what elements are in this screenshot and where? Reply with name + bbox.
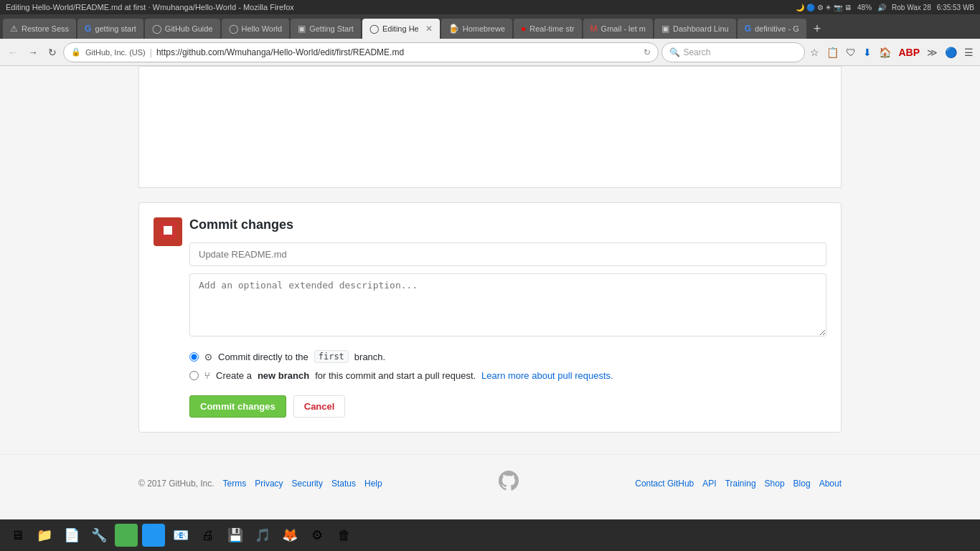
taskbar-mail[interactable]: 📧 <box>169 524 192 526</box>
github-icon3: ◯ <box>369 24 379 34</box>
footer-left: © 2017 GitHub, Inc. Terms Privacy Securi… <box>138 479 382 489</box>
tab-hello-world[interactable]: ◯ Hello World <box>222 19 290 39</box>
title-bar-icons: 🌙 🔵 ⚙ ☀ 📷 🖥 48% 🔊 Rob Wax 28 6:35:53 WB <box>796 4 974 11</box>
search-placeholder: Search <box>683 47 710 57</box>
url-bar[interactable]: 🔒 GitHub, Inc. (US) | https://github.com… <box>63 42 659 62</box>
radio-direct-input[interactable] <box>189 352 199 362</box>
separator: | <box>150 47 152 57</box>
radio1-label: Commit directly to the <box>218 352 308 362</box>
radio2-bold: new branch <box>258 370 309 381</box>
window-title: Editing Hello-World/README.md at first ·… <box>6 3 294 11</box>
github-logo <box>497 469 520 497</box>
main-content: Commit changes ⊙ Commit directly to the … <box>0 66 980 526</box>
time: 6:35:53 WB <box>937 4 974 11</box>
footer-contact[interactable]: Contact GitHub <box>635 479 694 489</box>
tab-getting-start[interactable]: G getting start <box>77 19 143 39</box>
homebrewer-icon: 🍺 <box>448 24 459 34</box>
tab-bar: ⚠ Restore Sess G getting start ◯ GitHub … <box>0 14 980 39</box>
taskbar-settings[interactable]: 🔧 <box>88 524 110 526</box>
reload-button[interactable]: ↻ <box>44 44 60 60</box>
tab-dashboard[interactable]: ▣ Dashboard Linu <box>654 19 736 39</box>
tab-label: Dashboard Linu <box>673 24 729 33</box>
tab-realtime[interactable]: ● Real-time str <box>514 19 582 39</box>
taskbar-doc[interactable]: 📄 <box>60 524 83 526</box>
radio1-suffix: branch. <box>354 352 385 362</box>
footer-training[interactable]: Training <box>725 479 756 489</box>
branch-icon: ⑂ <box>204 370 210 381</box>
taskbar-audio[interactable]: 🎵 <box>251 524 274 526</box>
footer-shop[interactable]: Shop <box>765 479 785 489</box>
tab-label: Real-time str <box>529 24 574 33</box>
tab-label: Gmail - let m <box>601 24 646 33</box>
url-text: https://github.com/Wmuhanga/Hello-World/… <box>156 47 640 57</box>
refresh-icon[interactable]: ↻ <box>644 47 651 57</box>
extension-button[interactable]: 🔵 <box>943 44 959 60</box>
taskbar-disk[interactable]: 💾 <box>224 524 247 526</box>
footer-center <box>497 469 520 497</box>
tab-label: getting start <box>95 24 136 33</box>
footer-about[interactable]: About <box>819 479 842 489</box>
taskbar: 🖥 📁 📄 🔧 📧 🖨 💾 🎵 🦊 ⚙ 🗑 <box>0 519 980 526</box>
tab-restore[interactable]: ⚠ Restore Sess <box>3 19 76 39</box>
branch-name-badge: first <box>314 350 349 363</box>
commit-description-input[interactable] <box>189 273 826 336</box>
back-button[interactable]: ← <box>4 44 22 60</box>
footer-security[interactable]: Security <box>292 479 323 489</box>
reader-button[interactable]: 📋 <box>824 44 841 60</box>
taskbar-print[interactable]: 🖨 <box>197 524 220 526</box>
cancel-button[interactable]: Cancel <box>293 395 346 418</box>
taskbar-gear[interactable]: ⚙ <box>306 524 329 526</box>
footer: © 2017 GitHub, Inc. Terms Privacy Securi… <box>0 454 980 512</box>
svg-rect-4 <box>164 226 172 235</box>
home-button[interactable]: 🏠 <box>877 44 893 60</box>
footer-privacy[interactable]: Privacy <box>255 479 283 489</box>
tab-label: Hello World <box>242 24 283 33</box>
footer-api[interactable]: API <box>702 479 716 489</box>
taskbar-browser[interactable]: 🦊 <box>278 524 301 526</box>
menu-button[interactable]: ☰ <box>962 44 976 60</box>
pull-request-link[interactable]: Learn more about pull requests. <box>481 370 613 381</box>
pocket-button[interactable]: 🛡 <box>844 44 858 60</box>
origin-label: GitHub, Inc. (US) <box>85 48 146 57</box>
tab-label: Restore Sess <box>22 24 69 33</box>
radio-branch-input[interactable] <box>189 371 199 380</box>
taskbar-files[interactable]: 🖥 <box>6 524 29 526</box>
commit-title: Commit changes <box>189 217 826 232</box>
radio-direct-commit[interactable]: ⊙ Commit directly to the first branch. <box>189 350 826 363</box>
forward-button[interactable]: → <box>24 44 42 60</box>
footer-help[interactable]: Help <box>364 479 382 489</box>
footer-status[interactable]: Status <box>331 479 356 489</box>
tab-getting-start2[interactable]: ▣ Getting Start <box>291 19 361 39</box>
taskbar-folder[interactable]: 📁 <box>33 524 56 526</box>
radio-group: ⊙ Commit directly to the first branch. ⑂… <box>189 350 826 381</box>
footer-blog[interactable]: Blog <box>793 479 811 489</box>
tab-editing-hello[interactable]: ◯ Editing He ✕ <box>362 19 440 39</box>
adblock-button[interactable]: ABP <box>896 44 922 60</box>
search-bar[interactable]: 🔍 Search <box>661 42 805 62</box>
commit-changes-button[interactable]: Commit changes <box>189 395 286 418</box>
bookmark-star-button[interactable]: ☆ <box>808 44 821 60</box>
commit-icon: ⊙ <box>204 352 212 362</box>
footer-terms[interactable]: Terms <box>223 479 247 489</box>
tab-homebrewer[interactable]: 🍺 Homebrewe <box>441 19 512 39</box>
tab-close-icon[interactable]: ✕ <box>425 24 433 34</box>
footer-links: © 2017 GitHub, Inc. Terms Privacy Securi… <box>138 469 842 497</box>
new-tab-button[interactable]: + <box>808 19 827 39</box>
taskbar-dev[interactable] <box>142 524 165 526</box>
tab-definitive[interactable]: G definitive - G <box>738 19 806 39</box>
download-button[interactable]: ⬇ <box>861 44 874 60</box>
commit-buttons: Commit changes Cancel <box>189 395 826 418</box>
radio-new-branch[interactable]: ⑂ Create a new branch for this commit an… <box>189 370 826 381</box>
tab-gmail[interactable]: M Gmail - let m <box>583 19 653 39</box>
dashboard-icon: ▣ <box>661 24 669 34</box>
commit-message-input[interactable] <box>189 242 826 266</box>
tab-github-guide[interactable]: ◯ GitHub Guide <box>145 19 220 39</box>
taskbar-color[interactable] <box>115 524 138 526</box>
taskbar-trash[interactable]: 🗑 <box>333 524 356 526</box>
user-time: Rob Wax 28 <box>892 4 931 11</box>
tab-label: Homebrewe <box>463 24 505 33</box>
editor-area[interactable] <box>138 66 842 188</box>
copyright: © 2017 GitHub, Inc. <box>138 479 215 489</box>
overflow-button[interactable]: ≫ <box>925 44 940 60</box>
github-icon2: ◯ <box>229 24 238 34</box>
